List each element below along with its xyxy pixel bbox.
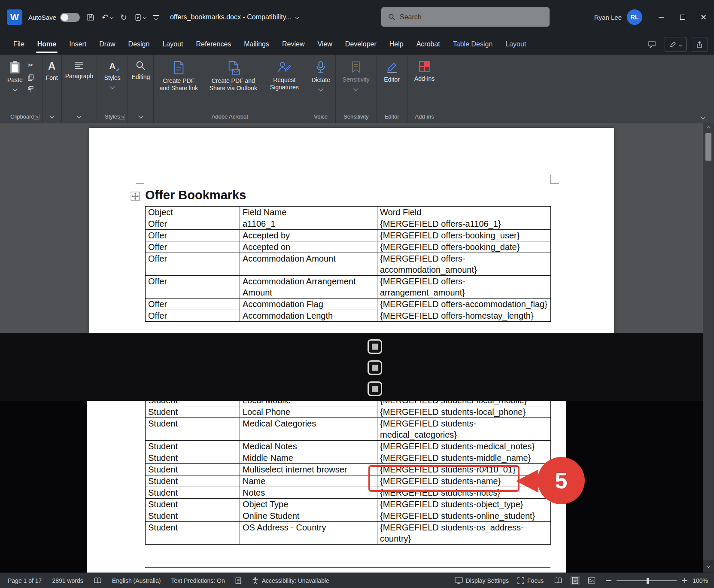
- cell-object[interactable]: Offer: [146, 276, 240, 299]
- ribbon-tab[interactable]: Mailings: [237, 34, 276, 54]
- ribbon-tab[interactable]: Developer: [339, 34, 383, 54]
- cell-object[interactable]: Offer: [146, 241, 240, 253]
- cell-object[interactable]: Offer: [146, 218, 240, 230]
- cell-object[interactable]: Student: [146, 441, 240, 452]
- sensitivity-button[interactable]: Sensitivity: [343, 57, 370, 90]
- cut-icon[interactable]: ✂: [26, 61, 36, 70]
- cell-word-field[interactable]: {MERGEFIELD students-local_phone}: [377, 406, 551, 418]
- ribbon-tab[interactable]: Layout: [499, 34, 532, 54]
- scroll-down-arrow[interactable]: [703, 560, 714, 573]
- cell-object[interactable]: Student: [146, 464, 240, 475]
- cell-field-name[interactable]: Medical Notes: [240, 441, 377, 452]
- zoom-level[interactable]: 100%: [693, 577, 708, 584]
- request-signatures-button[interactable]: Request Signatures: [266, 57, 302, 91]
- zoom-out-button[interactable]: [606, 580, 611, 581]
- cell-field-name[interactable]: Accommodation Length: [240, 310, 377, 322]
- column-header[interactable]: Field Name: [240, 207, 377, 218]
- addins-button[interactable]: Add-ins: [414, 57, 434, 82]
- language-indicator[interactable]: English (Australia): [112, 577, 161, 584]
- styles-button[interactable]: A Styles: [104, 57, 121, 88]
- document-status-button[interactable]: [235, 577, 241, 584]
- print-layout-button[interactable]: [570, 576, 580, 585]
- minimize-button[interactable]: [651, 0, 672, 34]
- cell-field-name[interactable]: Local Phone: [240, 406, 377, 418]
- cell-word-field[interactable]: {MERGEFIELD offers-accommodation_amount}: [377, 253, 551, 276]
- dictate-button[interactable]: Dictate: [311, 57, 330, 91]
- cell-word-field[interactable]: {MERGEFIELD students-local_mobile}: [377, 401, 551, 406]
- comments-button[interactable]: [644, 37, 660, 52]
- ribbon-tab[interactable]: View: [311, 34, 338, 54]
- cell-field-name[interactable]: Middle Name: [240, 452, 377, 464]
- undo-button[interactable]: ↶: [102, 13, 113, 21]
- cell-word-field[interactable]: {MERGEFIELD offers-homestay_length}: [377, 310, 551, 322]
- cell-field-name[interactable]: Accepted by: [240, 230, 377, 241]
- create-pdf-share-link-button[interactable]: Create PDF and Share link: [157, 57, 200, 92]
- editor-button[interactable]: Editor: [384, 57, 400, 83]
- cell-word-field[interactable]: {MERGEFIELD students-medical_categories}: [377, 418, 551, 441]
- cell-object[interactable]: Student: [146, 452, 240, 464]
- search-input[interactable]: Search: [381, 7, 550, 27]
- cell-field-name[interactable]: Accommodation Amount: [240, 253, 377, 276]
- focus-button[interactable]: Focus: [517, 577, 544, 584]
- maximize-button[interactable]: [672, 0, 693, 34]
- format-painter-icon[interactable]: [26, 85, 36, 94]
- display-settings-button[interactable]: Display Settings: [455, 577, 509, 584]
- cell-word-field[interactable]: {MERGEFIELD offers-booking_user}: [377, 230, 551, 241]
- cell-object[interactable]: Student: [146, 401, 240, 406]
- web-layout-button[interactable]: [586, 576, 597, 585]
- vertical-scrollbar[interactable]: [703, 123, 714, 573]
- column-header[interactable]: Object: [146, 207, 240, 218]
- ribbon-tab[interactable]: Review: [276, 34, 311, 54]
- styles-dialog-launcher[interactable]: ↘: [119, 114, 125, 120]
- table-move-handle[interactable]: [131, 192, 140, 203]
- paragraph-button[interactable]: Paragraph: [65, 57, 93, 122]
- cell-object[interactable]: Offer: [146, 310, 240, 322]
- ribbon-tab[interactable]: Design: [122, 34, 156, 54]
- cell-field-name[interactable]: Local Mobile: [240, 401, 377, 406]
- ribbon-tab[interactable]: Acrobat: [410, 34, 447, 54]
- cell-object[interactable]: Student: [146, 510, 240, 522]
- page-indicator[interactable]: Page 1 of 17: [8, 577, 42, 584]
- cell-object[interactable]: Offer: [146, 253, 240, 276]
- cell-field-name[interactable]: Object Type: [240, 499, 377, 510]
- cell-word-field[interactable]: {MERGEFIELD students-os_address-country}: [377, 522, 551, 545]
- proofing-status-button[interactable]: [94, 577, 102, 584]
- editing-button[interactable]: Editing: [131, 57, 150, 122]
- customize-quick-access-icon[interactable]: [153, 15, 159, 20]
- scrollbar-thumb[interactable]: [705, 133, 711, 161]
- font-button[interactable]: A Font: [46, 57, 58, 122]
- redo-button[interactable]: ↻: [120, 13, 127, 21]
- ribbon-tab[interactable]: Home: [31, 34, 63, 54]
- zoom-slider[interactable]: [617, 580, 677, 581]
- cell-word-field[interactable]: {MERGEFIELD students-middle_name}: [377, 452, 551, 464]
- ribbon-tab[interactable]: File: [7, 34, 31, 54]
- cell-object[interactable]: Student: [146, 418, 240, 441]
- close-button[interactable]: ×: [693, 0, 714, 34]
- cell-object[interactable]: Student: [146, 487, 240, 499]
- zoom-in-button[interactable]: [682, 578, 687, 583]
- scroll-up-arrow[interactable]: [703, 123, 714, 133]
- cell-object[interactable]: Student: [146, 522, 240, 545]
- cell-field-name[interactable]: Accommodation Arrangement Amount: [240, 276, 377, 299]
- cell-field-name[interactable]: Accepted on: [240, 241, 377, 253]
- cell-field-name[interactable]: Medical Categories: [240, 418, 377, 441]
- avatar[interactable]: RL: [627, 9, 642, 25]
- ribbon-tab[interactable]: Help: [383, 34, 410, 54]
- accessibility-status[interactable]: Accessibility: Unavailable: [252, 577, 329, 584]
- cell-field-name[interactable]: OS Address - Country: [240, 522, 377, 545]
- cell-object[interactable]: Offer: [146, 230, 240, 241]
- cell-word-field[interactable]: {MERGEFIELD students-medical_notes}: [377, 441, 551, 452]
- ribbon-tab[interactable]: References: [189, 34, 237, 54]
- document-button[interactable]: [134, 14, 146, 21]
- zoom-slider-thumb[interactable]: [647, 578, 649, 584]
- cell-object[interactable]: Student: [146, 475, 240, 487]
- column-header[interactable]: Word Field: [377, 207, 551, 218]
- cell-word-field[interactable]: {MERGEFIELD offers-a1106_1}: [377, 218, 551, 230]
- cell-object[interactable]: Student: [146, 499, 240, 510]
- cell-word-field[interactable]: {MERGEFIELD students-online_student}: [377, 510, 551, 522]
- ribbon-tab[interactable]: Layout: [156, 34, 189, 54]
- document-title-button[interactable]: offers_bookmarks.docx - Compatibility...: [170, 13, 298, 21]
- ribbon-tab[interactable]: Insert: [63, 34, 93, 54]
- cell-word-field[interactable]: {MERGEFIELD offers-accommodation_flag}: [377, 299, 551, 310]
- text-predictions-indicator[interactable]: Text Predictions: On: [171, 577, 225, 584]
